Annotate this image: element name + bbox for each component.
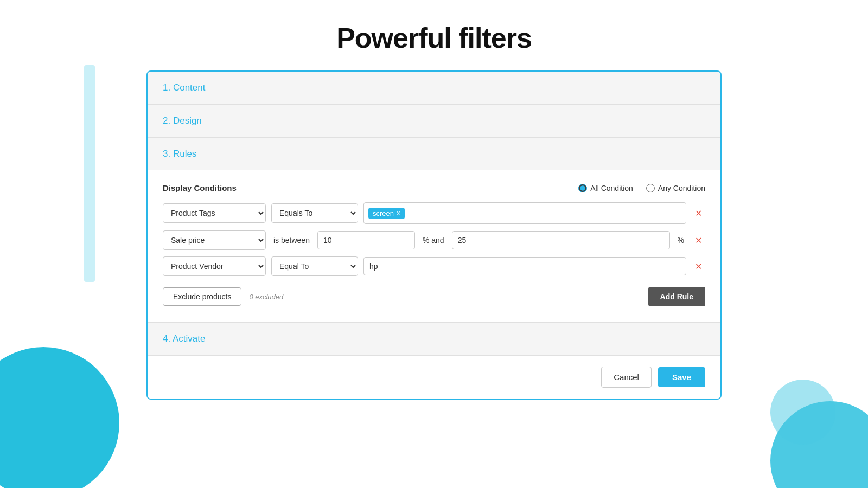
footer-row: Exclude products 0 excluded Add Rule [163,287,705,306]
section-content[interactable]: 1. Content [148,72,720,105]
display-conditions-label: Display Conditions [163,183,237,192]
rule1-type-select[interactable]: Product Tags Sale price Product Vendor [163,203,266,223]
all-condition-option[interactable]: All Condition [578,184,633,192]
all-condition-radio[interactable] [578,184,587,192]
rule2-delete-button[interactable] [692,233,705,248]
rule2-percent-label: % [675,236,686,245]
excluded-count-label: 0 excluded [249,293,283,301]
section-design-label: 2. Design [163,115,202,126]
rule1-delete-button[interactable] [692,206,705,221]
add-rule-button[interactable]: Add Rule [648,287,705,306]
rule2-type-select[interactable]: Sale price Product Tags Product Vendor [163,230,266,250]
section-design[interactable]: 2. Design [148,105,720,138]
save-button[interactable]: Save [658,367,705,387]
section-activate-label: 4. Activate [163,333,205,344]
section-rules: 3. Rules Display Conditions All Conditio… [148,138,720,322]
exclude-products-button[interactable]: Exclude products [163,287,241,306]
rule-row-1: Product Tags Sale price Product Vendor E… [163,202,705,224]
rule3-vendor-input[interactable] [363,257,686,275]
section-activate[interactable]: 4. Activate [148,322,720,355]
rule2-delete-icon [695,235,702,246]
rule1-tag-value: screen [373,209,394,217]
rule2-percent-and-label: % and [420,236,446,245]
section-rules-label: 3. Rules [163,149,196,159]
any-condition-radio[interactable] [646,184,655,192]
rule-row-3: Product Vendor Product Tags Sale price E… [163,256,705,276]
main-card: 1. Content 2. Design 3. Rules Display Co… [146,70,722,400]
rule3-type-select[interactable]: Product Vendor Product Tags Sale price [163,256,266,276]
rule3-delete-button[interactable] [692,259,705,274]
rule3-operator-select[interactable]: Equal To Not Equal To Contains [271,256,358,276]
action-bar: Cancel Save [148,355,720,399]
any-condition-label: Any Condition [658,184,705,192]
rule1-tag-remove[interactable]: x [397,209,400,217]
rule3-delete-icon [695,261,702,272]
rule1-tag-input-area[interactable]: screen x [363,202,686,224]
rule2-is-between-label: is between [271,236,312,245]
rules-header[interactable]: 3. Rules [148,138,720,170]
all-condition-label: All Condition [590,184,633,192]
rules-body: Display Conditions All Condition Any Con… [148,170,720,322]
rule1-operator-select[interactable]: Equals To Not Equals To Contains [271,203,358,223]
cancel-button[interactable]: Cancel [601,367,652,388]
rule1-tag-badge: screen x [368,208,405,219]
rule1-delete-icon [695,208,702,219]
condition-radio-group: All Condition Any Condition [578,184,705,192]
rule-row-2: Sale price Product Tags Product Vendor i… [163,230,705,250]
section-content-label: 1. Content [163,82,205,93]
rule2-value-to-input[interactable] [452,231,670,249]
page-title: Powerful filters [336,22,532,54]
any-condition-option[interactable]: Any Condition [646,184,705,192]
footer-left: Exclude products 0 excluded [163,287,283,306]
conditions-header: Display Conditions All Condition Any Con… [163,183,705,192]
rule2-value-from-input[interactable] [317,231,415,249]
